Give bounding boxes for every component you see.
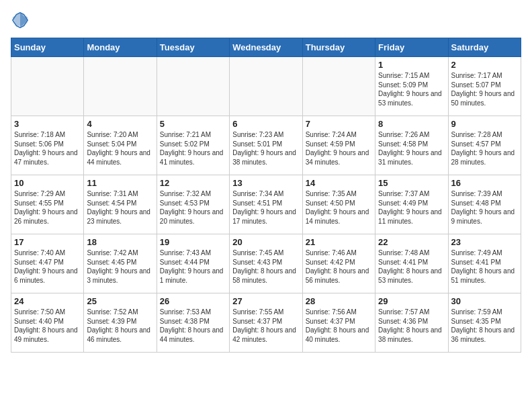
calendar-cell: 24Sunrise: 7:50 AM Sunset: 4:40 PM Dayli…	[11, 293, 84, 353]
day-info: Sunrise: 7:28 AM Sunset: 4:57 PM Dayligh…	[451, 130, 518, 167]
day-info: Sunrise: 7:24 AM Sunset: 4:59 PM Dayligh…	[306, 130, 372, 167]
day-number: 11	[87, 178, 153, 188]
day-number: 25	[87, 296, 153, 306]
day-info: Sunrise: 7:15 AM Sunset: 5:09 PM Dayligh…	[378, 71, 445, 107]
calendar-week-row: 3Sunrise: 7:18 AM Sunset: 5:06 PM Daylig…	[11, 116, 521, 175]
day-number: 14	[306, 178, 372, 188]
day-number: 19	[160, 237, 226, 247]
calendar-table: SundayMondayTuesdayWednesdayThursdayFrid…	[11, 38, 521, 353]
day-number: 15	[378, 178, 445, 188]
day-number: 17	[14, 237, 81, 247]
page-header	[11, 11, 521, 30]
day-info: Sunrise: 7:55 AM Sunset: 4:37 PM Dayligh…	[232, 308, 299, 344]
day-info: Sunrise: 7:34 AM Sunset: 4:51 PM Dayligh…	[232, 189, 299, 226]
calendar-cell: 25Sunrise: 7:52 AM Sunset: 4:39 PM Dayli…	[84, 293, 157, 353]
day-info: Sunrise: 7:56 AM Sunset: 4:37 PM Dayligh…	[306, 308, 372, 344]
day-info: Sunrise: 7:50 AM Sunset: 4:40 PM Dayligh…	[14, 308, 81, 344]
calendar-cell: 2Sunrise: 7:17 AM Sunset: 5:07 PM Daylig…	[448, 57, 521, 116]
day-info: Sunrise: 7:59 AM Sunset: 4:35 PM Dayligh…	[451, 308, 518, 344]
day-info: Sunrise: 7:26 AM Sunset: 4:58 PM Dayligh…	[378, 130, 445, 167]
day-info: Sunrise: 7:31 AM Sunset: 4:54 PM Dayligh…	[87, 189, 153, 226]
calendar-cell: 21Sunrise: 7:46 AM Sunset: 4:42 PM Dayli…	[302, 234, 375, 293]
day-number: 23	[451, 237, 518, 247]
day-number: 12	[160, 178, 226, 188]
day-info: Sunrise: 7:29 AM Sunset: 4:55 PM Dayligh…	[14, 189, 81, 226]
calendar-week-row: 17Sunrise: 7:40 AM Sunset: 4:47 PM Dayli…	[11, 234, 521, 293]
calendar-cell: 11Sunrise: 7:31 AM Sunset: 4:54 PM Dayli…	[84, 175, 157, 234]
day-number: 7	[306, 119, 372, 129]
day-number: 28	[306, 296, 372, 306]
day-info: Sunrise: 7:42 AM Sunset: 4:45 PM Dayligh…	[87, 248, 153, 285]
calendar-cell: 20Sunrise: 7:45 AM Sunset: 4:43 PM Dayli…	[230, 234, 302, 293]
day-number: 16	[451, 178, 518, 188]
logo	[11, 11, 32, 30]
day-number: 30	[451, 296, 518, 306]
calendar-cell: 28Sunrise: 7:56 AM Sunset: 4:37 PM Dayli…	[302, 293, 375, 353]
day-number: 6	[232, 119, 299, 129]
calendar-cell: 18Sunrise: 7:42 AM Sunset: 4:45 PM Dayli…	[84, 234, 157, 293]
calendar-cell: 3Sunrise: 7:18 AM Sunset: 5:06 PM Daylig…	[11, 116, 84, 175]
calendar-cell: 7Sunrise: 7:24 AM Sunset: 4:59 PM Daylig…	[302, 116, 375, 175]
day-info: Sunrise: 7:32 AM Sunset: 4:53 PM Dayligh…	[160, 189, 226, 226]
calendar-cell	[84, 57, 157, 116]
day-number: 18	[87, 237, 153, 247]
calendar-cell: 12Sunrise: 7:32 AM Sunset: 4:53 PM Dayli…	[157, 175, 229, 234]
calendar-cell: 15Sunrise: 7:37 AM Sunset: 4:49 PM Dayli…	[375, 175, 448, 234]
day-info: Sunrise: 7:52 AM Sunset: 4:39 PM Dayligh…	[87, 308, 153, 344]
day-number: 1	[378, 60, 445, 70]
calendar-cell	[11, 57, 84, 116]
day-info: Sunrise: 7:39 AM Sunset: 4:48 PM Dayligh…	[451, 189, 518, 226]
calendar-cell: 30Sunrise: 7:59 AM Sunset: 4:35 PM Dayli…	[448, 293, 521, 353]
calendar-cell: 10Sunrise: 7:29 AM Sunset: 4:55 PM Dayli…	[11, 175, 84, 234]
day-number: 24	[14, 296, 81, 306]
calendar-cell: 17Sunrise: 7:40 AM Sunset: 4:47 PM Dayli…	[11, 234, 84, 293]
day-number: 22	[378, 237, 445, 247]
calendar-cell: 22Sunrise: 7:48 AM Sunset: 4:41 PM Dayli…	[375, 234, 448, 293]
day-number: 4	[87, 119, 153, 129]
calendar-cell: 27Sunrise: 7:55 AM Sunset: 4:37 PM Dayli…	[230, 293, 302, 353]
calendar-cell	[302, 57, 375, 116]
calendar-week-row: 10Sunrise: 7:29 AM Sunset: 4:55 PM Dayli…	[11, 175, 521, 234]
day-info: Sunrise: 7:18 AM Sunset: 5:06 PM Dayligh…	[14, 130, 81, 167]
day-of-week-header: Monday	[84, 38, 157, 57]
calendar-cell: 19Sunrise: 7:43 AM Sunset: 4:44 PM Dayli…	[157, 234, 229, 293]
day-number: 13	[232, 178, 299, 188]
day-number: 5	[160, 119, 226, 129]
calendar-cell: 26Sunrise: 7:53 AM Sunset: 4:38 PM Dayli…	[157, 293, 229, 353]
day-of-week-header: Tuesday	[157, 38, 229, 57]
day-number: 29	[378, 296, 445, 306]
day-of-week-header: Friday	[375, 38, 448, 57]
day-info: Sunrise: 7:23 AM Sunset: 5:01 PM Dayligh…	[232, 130, 299, 167]
calendar-cell: 13Sunrise: 7:34 AM Sunset: 4:51 PM Dayli…	[230, 175, 302, 234]
day-number: 9	[451, 119, 518, 129]
day-of-week-header: Sunday	[11, 38, 84, 57]
calendar-cell: 4Sunrise: 7:20 AM Sunset: 5:04 PM Daylig…	[84, 116, 157, 175]
calendar-week-row: 24Sunrise: 7:50 AM Sunset: 4:40 PM Dayli…	[11, 293, 521, 353]
calendar-cell	[157, 57, 229, 116]
day-number: 20	[232, 237, 299, 247]
day-number: 21	[306, 237, 372, 247]
calendar-cell: 23Sunrise: 7:49 AM Sunset: 4:41 PM Dayli…	[448, 234, 521, 293]
day-of-week-header: Wednesday	[230, 38, 302, 57]
calendar-cell: 8Sunrise: 7:26 AM Sunset: 4:58 PM Daylig…	[375, 116, 448, 175]
day-info: Sunrise: 7:35 AM Sunset: 4:50 PM Dayligh…	[306, 189, 372, 226]
calendar-cell: 14Sunrise: 7:35 AM Sunset: 4:50 PM Dayli…	[302, 175, 375, 234]
day-of-week-header: Thursday	[302, 38, 375, 57]
day-number: 3	[14, 119, 81, 129]
day-number: 2	[451, 60, 518, 70]
calendar-cell: 9Sunrise: 7:28 AM Sunset: 4:57 PM Daylig…	[448, 116, 521, 175]
calendar-cell: 29Sunrise: 7:57 AM Sunset: 4:36 PM Dayli…	[375, 293, 448, 353]
logo-icon	[11, 11, 30, 30]
day-info: Sunrise: 7:21 AM Sunset: 5:02 PM Dayligh…	[160, 130, 226, 167]
day-info: Sunrise: 7:17 AM Sunset: 5:07 PM Dayligh…	[451, 71, 518, 107]
day-number: 27	[232, 296, 299, 306]
day-of-week-header: Saturday	[448, 38, 521, 57]
day-info: Sunrise: 7:49 AM Sunset: 4:41 PM Dayligh…	[451, 248, 518, 285]
day-info: Sunrise: 7:53 AM Sunset: 4:38 PM Dayligh…	[160, 308, 226, 344]
calendar-cell: 16Sunrise: 7:39 AM Sunset: 4:48 PM Dayli…	[448, 175, 521, 234]
calendar-week-row: 1Sunrise: 7:15 AM Sunset: 5:09 PM Daylig…	[11, 57, 521, 116]
day-info: Sunrise: 7:57 AM Sunset: 4:36 PM Dayligh…	[378, 308, 445, 344]
day-info: Sunrise: 7:40 AM Sunset: 4:47 PM Dayligh…	[14, 248, 81, 285]
day-info: Sunrise: 7:20 AM Sunset: 5:04 PM Dayligh…	[87, 130, 153, 167]
calendar-cell	[230, 57, 302, 116]
